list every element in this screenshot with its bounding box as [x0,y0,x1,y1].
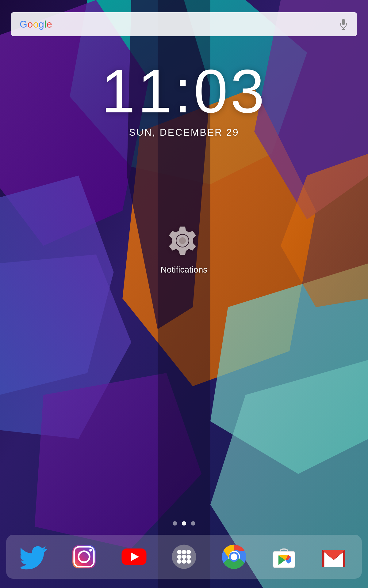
page-indicators [0,521,368,526]
clock-date: SUN, DECEMBER 29 [129,127,239,138]
svg-point-10 [89,549,92,552]
notifications-gear-icon[interactable] [166,224,202,261]
svg-point-19 [182,555,186,559]
svg-point-15 [177,550,181,554]
svg-point-22 [182,559,186,564]
svg-point-17 [186,550,191,554]
notifications-widget[interactable]: Notifications [161,224,208,275]
svg-rect-38 [322,550,324,567]
svg-point-18 [177,555,181,559]
gmail-app-icon[interactable] [317,540,350,573]
clock-time: 11:03 [101,61,267,122]
google-search-bar[interactable]: Google [11,12,357,36]
chrome-app-icon[interactable] [217,540,251,573]
voice-search-icon[interactable] [339,17,348,31]
svg-point-21 [177,559,181,564]
svg-point-27 [231,553,237,560]
svg-point-20 [186,555,191,559]
twitter-app-icon[interactable] [17,540,51,573]
youtube-app-icon[interactable] [117,540,151,573]
page-dot-2[interactable] [182,521,186,526]
play-store-app-icon[interactable] [267,540,301,573]
clock-section: 11:03 SUN, DECEMBER 29 Notifications [0,36,368,291]
page-dot-3[interactable] [191,521,195,526]
instagram-app-icon[interactable] [67,540,101,573]
notifications-label: Notifications [161,265,208,275]
svg-rect-39 [343,550,345,567]
page-dot-1[interactable] [173,521,177,526]
svg-point-6 [179,237,186,244]
app-dock [6,535,362,579]
svg-point-16 [182,550,186,554]
svg-point-23 [186,559,191,564]
app-drawer-icon[interactable] [167,540,201,573]
svg-rect-2 [342,19,345,25]
google-logo: Google [20,19,52,30]
